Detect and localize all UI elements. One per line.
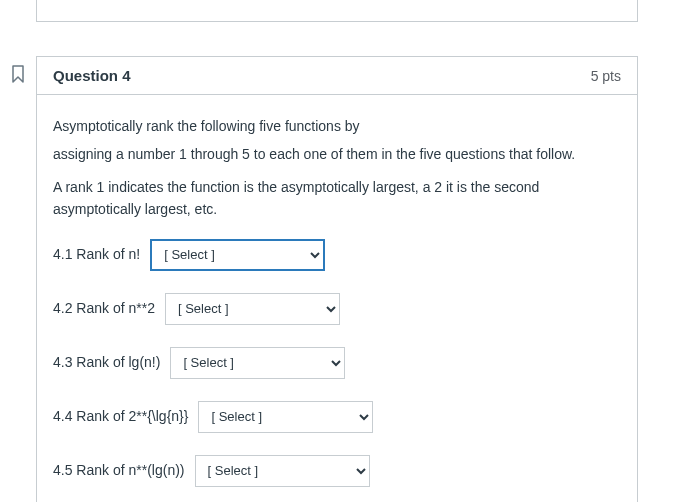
question-points: 5 pts <box>591 68 621 84</box>
prompt-line-1: Asymptotically rank the following five f… <box>53 115 621 137</box>
question-card: Question 4 5 pts Asymptotically rank the… <box>36 56 638 502</box>
rank-select-3[interactable]: [ Select ] <box>170 347 345 379</box>
rank-row-3: 4.3 Rank of lg(n!) [ Select ] <box>53 347 621 379</box>
rank-label-2: 4.2 Rank of n**2 <box>53 297 155 319</box>
rank-select-2[interactable]: [ Select ] <box>165 293 340 325</box>
bookmark-icon[interactable] <box>8 64 28 84</box>
rank-label-1: 4.1 Rank of n! <box>53 243 140 265</box>
rank-label-3: 4.3 Rank of lg(n!) <box>53 351 160 373</box>
question-header: Question 4 5 pts <box>37 57 637 95</box>
prompt-line-3: A rank 1 indicates the function is the a… <box>53 176 621 221</box>
previous-question-box <box>36 0 638 22</box>
rank-label-5: 4.5 Rank of n**(lg(n)) <box>53 459 185 481</box>
rank-label-4: 4.4 Rank of 2**{\lg{n}} <box>53 405 188 427</box>
rank-select-1[interactable]: [ Select ] <box>150 239 325 271</box>
question-title: Question 4 <box>53 67 131 84</box>
prompt-line-2: assigning a number 1 through 5 to each o… <box>53 143 621 165</box>
rank-row-2: 4.2 Rank of n**2 [ Select ] <box>53 293 621 325</box>
rank-row-1: 4.1 Rank of n! [ Select ] <box>53 239 621 271</box>
rank-select-5[interactable]: [ Select ] <box>195 455 370 487</box>
rank-select-4[interactable]: [ Select ] <box>198 401 373 433</box>
question-body: Asymptotically rank the following five f… <box>37 95 637 502</box>
rank-row-5: 4.5 Rank of n**(lg(n)) [ Select ] <box>53 455 621 487</box>
rank-row-4: 4.4 Rank of 2**{\lg{n}} [ Select ] <box>53 401 621 433</box>
